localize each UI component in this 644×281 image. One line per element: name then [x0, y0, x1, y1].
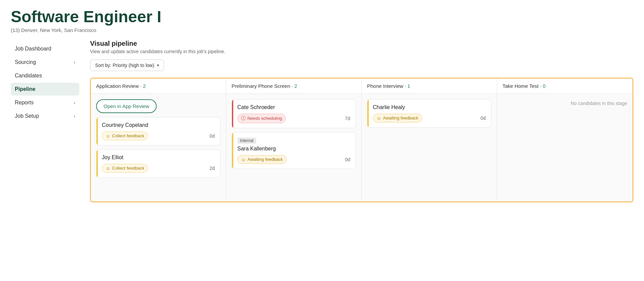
candidate-card-sara[interactable]: Internal Sara Kallenberg ☺ Awaiting feed… — [232, 132, 356, 169]
card-days: 2d — [209, 166, 215, 171]
col-header-phone-interview: Phone Interview · 1 — [362, 78, 497, 94]
status-badge-awaiting: ☺ Awaiting feedback — [237, 155, 287, 164]
open-in-app-review-button[interactable]: Open in App Review — [96, 99, 157, 113]
candidate-card-courtney[interactable]: Courtney Copeland ☺ Collect feedback 0d — [96, 117, 220, 145]
candidate-name: Cate Schroeder — [237, 104, 350, 110]
card-footer: ☺ Collect feedback 0d — [102, 132, 215, 140]
page-subtitle: (13) Denver, New York, San Francisco — [11, 27, 633, 33]
main-content: Visual pipeline View and update active c… — [85, 40, 633, 202]
no-candidates-label: No candidates in this stage — [502, 99, 627, 106]
candidate-card-joy[interactable]: Joy Elliot ☺ Collect feedback 2d — [96, 149, 220, 178]
sidebar: Job Dashboard Sourcing › Candidates Pipe… — [11, 40, 85, 202]
status-badge-awaiting: ☺ Awaiting feedback — [373, 114, 422, 122]
col-body-take-home: No candidates in this stage — [497, 94, 633, 202]
status-label: Awaiting feedback — [247, 157, 283, 162]
pipeline-board: Application Review · 2 Preliminary Phone… — [90, 78, 633, 202]
smiley-icon: ☺ — [106, 133, 110, 139]
candidate-name: Courtney Copeland — [102, 122, 215, 128]
info-icon: ⓘ — [241, 115, 246, 121]
sort-label: Sort by: Priority (high to low) — [95, 63, 154, 68]
smiley-icon: ☺ — [241, 157, 246, 162]
card-days: 0d — [209, 133, 215, 139]
col-header-take-home: Take Home Test · 0 — [497, 78, 633, 94]
candidate-name: Joy Elliot — [102, 154, 215, 161]
chevron-right-icon: › — [74, 113, 75, 119]
section-desc: View and update active candidates curren… — [90, 49, 633, 54]
col-body-phone-interview: Charlie Healy ☺ Awaiting feedback 0d — [362, 94, 497, 202]
sort-bar: Sort by: Priority (high to low) ▾ — [90, 60, 633, 71]
col-count-2[interactable]: 1 — [407, 83, 410, 89]
sidebar-item-sourcing[interactable]: Sourcing › — [11, 56, 79, 69]
sidebar-item-reports[interactable]: Reports › — [11, 96, 79, 109]
col-body-app-review: Open in App Review Courtney Copeland ☺ C… — [91, 94, 226, 202]
smiley-icon: ☺ — [106, 166, 110, 171]
card-days: 7d — [345, 116, 350, 121]
sidebar-item-job-setup[interactable]: Job Setup › — [11, 110, 79, 122]
sort-select[interactable]: Sort by: Priority (high to low) ▾ — [90, 60, 164, 71]
status-badge-feedback: ☺ Collect feedback — [102, 164, 148, 173]
status-badge-feedback: ☺ Collect feedback — [102, 132, 148, 140]
chevron-right-icon: › — [74, 100, 75, 105]
status-label: Awaiting feedback — [383, 115, 418, 120]
pipeline-column-bodies: Open in App Review Courtney Copeland ☺ C… — [91, 94, 633, 202]
candidate-name: Sara Kallenberg — [237, 146, 350, 152]
status-label: Collect feedback — [112, 166, 144, 171]
card-footer: ⓘ Needs scheduling 7d — [237, 114, 350, 123]
col-count-3[interactable]: 0 — [543, 83, 546, 89]
smiley-icon: ☺ — [376, 115, 381, 121]
sidebar-item-candidates[interactable]: Candidates — [11, 69, 79, 82]
sidebar-item-label: Reports — [15, 100, 34, 106]
page-title: Software Engineer I — [11, 8, 633, 26]
status-label: Needs scheduling — [247, 116, 282, 121]
col-title-1: Preliminary Phone Screen — [232, 83, 290, 89]
col-body-phone-screen: Cate Schroeder ⓘ Needs scheduling 7d — [226, 94, 362, 202]
card-days: 0d — [345, 157, 350, 162]
sidebar-item-label: Candidates — [15, 73, 42, 79]
sidebar-item-pipeline[interactable]: Pipeline — [11, 83, 79, 96]
sidebar-item-label: Sourcing — [15, 59, 36, 65]
col-header-app-review: Application Review · 2 — [91, 78, 226, 94]
col-count-1[interactable]: 2 — [294, 83, 297, 89]
card-days: 0d — [480, 115, 486, 121]
col-title-2: Phone Interview — [367, 83, 403, 89]
status-label: Collect feedback — [112, 133, 144, 138]
sidebar-item-job-dashboard[interactable]: Job Dashboard — [11, 42, 79, 55]
sidebar-item-label: Pipeline — [15, 86, 35, 92]
status-badge-needs-scheduling: ⓘ Needs scheduling — [237, 114, 286, 123]
pipeline-column-headers: Application Review · 2 Preliminary Phone… — [91, 78, 633, 94]
col-title-0: Application Review — [96, 83, 139, 89]
page-header: Software Engineer I (13) Denver, New Yor… — [11, 8, 633, 33]
col-count-0[interactable]: 2 — [143, 83, 146, 89]
sidebar-item-label: Job Dashboard — [15, 46, 51, 52]
chevron-right-icon: › — [74, 60, 75, 65]
sidebar-item-label: Job Setup — [15, 113, 39, 119]
dropdown-arrow-icon: ▾ — [157, 63, 159, 68]
card-footer: ☺ Awaiting feedback 0d — [373, 114, 486, 122]
candidate-name: Charlie Healy — [373, 104, 486, 110]
section-title: Visual pipeline — [90, 40, 633, 47]
candidate-card-charlie[interactable]: Charlie Healy ☺ Awaiting feedback 0d — [367, 99, 491, 128]
card-footer: ☺ Collect feedback 2d — [102, 164, 215, 173]
col-title-3: Take Home Test — [502, 83, 538, 89]
internal-badge: Internal — [237, 138, 256, 144]
col-header-phone-screen: Preliminary Phone Screen · 2 — [226, 78, 362, 94]
card-footer: ☺ Awaiting feedback 0d — [237, 155, 350, 164]
candidate-card-cate[interactable]: Cate Schroeder ⓘ Needs scheduling 7d — [232, 99, 356, 128]
